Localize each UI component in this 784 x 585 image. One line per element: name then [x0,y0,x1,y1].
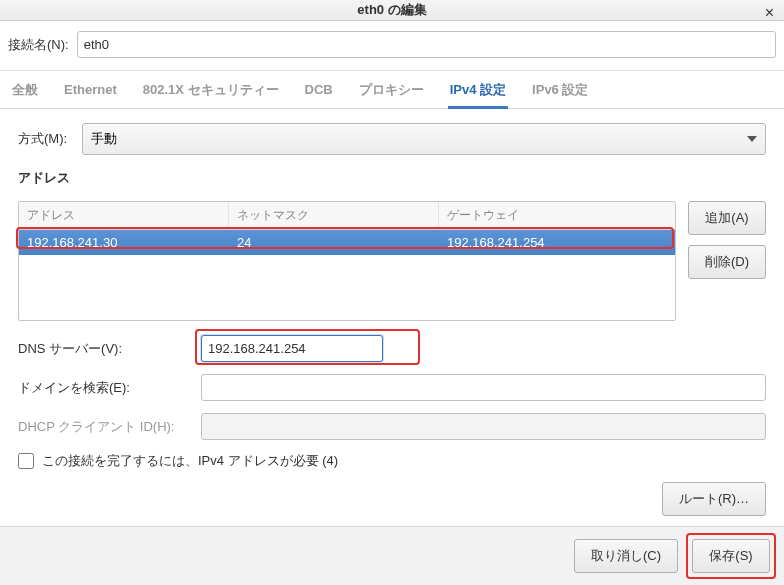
require-row[interactable]: この接続を完了するには、IPv4 アドレスが必要 (4) [18,452,766,470]
cancel-button[interactable]: 取り消し(C) [574,539,678,573]
method-value: 手動 [91,130,117,148]
table-row[interactable]: 192.168.241.30 24 192.168.241.254 [19,230,675,255]
tab-bar: 全般 Ethernet 802.1X セキュリティー DCB プロキシー IPv… [0,71,784,109]
addresses-heading: アドレス [18,169,766,187]
routes-row: ルート(R)… [18,482,766,516]
dhcp-input [201,413,766,440]
addresses-area: アドレス ネットマスク ゲートウェイ 192.168.241.30 24 192… [18,201,766,321]
routes-button[interactable]: ルート(R)… [662,482,766,516]
dhcp-row: DHCP クライアント ID(H): [18,413,766,440]
titlebar: eth0 の編集 × [0,0,784,21]
window-title: eth0 の編集 [357,1,426,19]
dns-label: DNS サーバー(V): [18,340,193,358]
save-button[interactable]: 保存(S) [692,539,770,573]
delete-button[interactable]: 削除(D) [688,245,766,279]
cell-gateway: 192.168.241.254 [439,230,675,255]
tab-proxy[interactable]: プロキシー [357,71,426,109]
tab-security[interactable]: 802.1X セキュリティー [141,71,281,109]
header-netmask: ネットマスク [229,202,439,229]
tab-ipv4[interactable]: IPv4 設定 [448,71,508,109]
footer: 取り消し(C) 保存(S) [0,526,784,585]
header-address: アドレス [19,202,229,229]
add-button[interactable]: 追加(A) [688,201,766,235]
form-rows: DNS サーバー(V): ドメインを検索(E): DHCP クライアント ID(… [18,335,766,516]
tab-dcb[interactable]: DCB [303,72,335,107]
method-select[interactable]: 手動 [82,123,766,155]
close-icon[interactable]: × [765,4,774,22]
cell-address: 192.168.241.30 [19,230,229,255]
tab-ipv6[interactable]: IPv6 設定 [530,71,590,109]
cell-netmask: 24 [229,230,439,255]
address-buttons: 追加(A) 削除(D) [688,201,766,321]
dns-row: DNS サーバー(V): [18,335,766,362]
require-checkbox[interactable] [18,453,34,469]
dns-input[interactable] [201,335,383,362]
connection-name-label: 接続名(N): [8,36,69,54]
ipv4-content: 方式(M): 手動 アドレス アドレス ネットマスク ゲートウェイ 192.16… [0,109,784,526]
search-row: ドメインを検索(E): [18,374,766,401]
method-row: 方式(M): 手動 [18,123,766,155]
dhcp-label: DHCP クライアント ID(H): [18,418,193,436]
connection-name-row: 接続名(N): [0,21,784,71]
method-label: 方式(M): [18,130,72,148]
addresses-header: アドレス ネットマスク ゲートウェイ [19,202,675,230]
search-label: ドメインを検索(E): [18,379,193,397]
require-label: この接続を完了するには、IPv4 アドレスが必要 (4) [42,452,338,470]
header-gateway: ゲートウェイ [439,202,675,229]
addresses-table[interactable]: アドレス ネットマスク ゲートウェイ 192.168.241.30 24 192… [18,201,676,321]
chevron-down-icon [747,136,757,142]
connection-name-input[interactable] [77,31,776,58]
search-input[interactable] [201,374,766,401]
tab-general[interactable]: 全般 [10,71,40,109]
tab-ethernet[interactable]: Ethernet [62,72,119,107]
